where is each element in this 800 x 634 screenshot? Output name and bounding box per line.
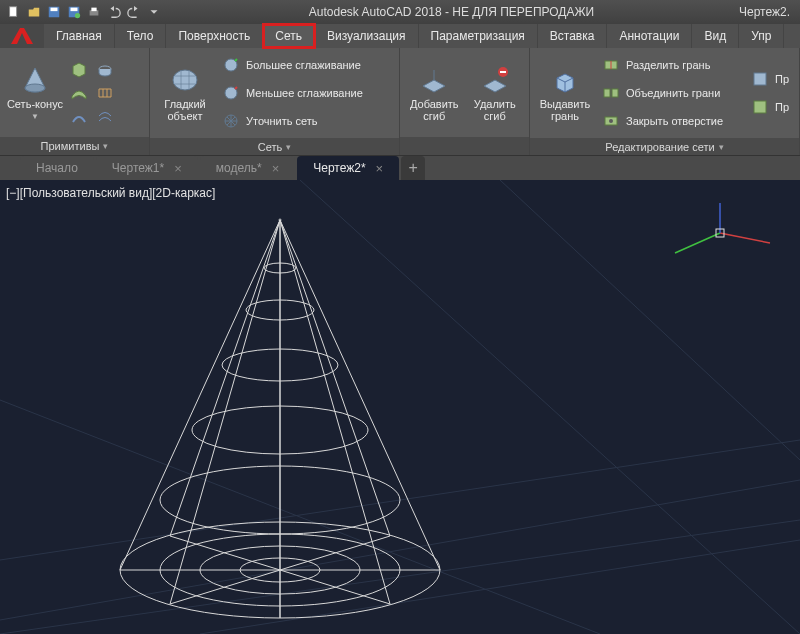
app-title: Autodesk AutoCAD 2018 - НЕ ДЛЯ ПЕРЕПРОДА…	[164, 5, 739, 19]
close-hole-icon	[602, 112, 620, 130]
svg-rect-17	[612, 89, 618, 97]
svg-point-19	[609, 119, 613, 123]
doc-tab-start[interactable]: Начало	[20, 156, 94, 180]
chevron-down-icon: ▼	[31, 112, 39, 121]
ribbon-panel-primitives: Сеть-конус ▼ Примитивы ▾	[0, 48, 150, 155]
extrude-face-icon	[549, 64, 581, 96]
close-hole-button[interactable]: Закрыть отверстие	[598, 108, 743, 134]
svg-line-39	[120, 220, 280, 570]
convert-icon	[751, 70, 769, 88]
svg-line-55	[720, 233, 770, 243]
svg-line-48	[170, 570, 280, 604]
less-smooth-button[interactable]: Меньшее сглаживание	[218, 80, 393, 106]
ribbon-panel-fold: Добавить сгиб Удалить сгиб	[400, 48, 530, 155]
mesh-ruled-icon[interactable]	[94, 82, 116, 104]
wireframe-cone	[100, 200, 460, 630]
menu-tab-visualize[interactable]: Визуализация	[315, 24, 419, 48]
extrude-face-button[interactable]: Выдавить грань	[534, 50, 596, 136]
mesh-box-icon[interactable]	[68, 58, 90, 80]
svg-line-52	[280, 536, 390, 570]
mesh-cone-button[interactable]: Сеть-конус ▼	[4, 50, 66, 135]
svg-rect-20	[754, 73, 766, 85]
merge-face-icon	[602, 84, 620, 102]
mesh-revolved-icon[interactable]	[94, 58, 116, 80]
ribbon-panel-mesh: Гладкий объект Большее сглаживание Меньш…	[150, 48, 400, 155]
viewport[interactable]: [−][Пользовательский вид][2D-каркас]	[0, 180, 800, 634]
qat-dropdown-icon[interactable]	[145, 3, 163, 21]
svg-point-5	[75, 13, 80, 18]
menu-tab-annotate[interactable]: Аннотации	[607, 24, 692, 48]
doc-tab-2[interactable]: модель* ×	[200, 156, 295, 180]
menu-tab-solid[interactable]: Тело	[115, 24, 167, 48]
refine-mesh-button[interactable]: Уточнить сеть	[218, 108, 393, 134]
qat-undo-icon[interactable]	[105, 3, 123, 21]
add-fold-icon	[418, 64, 450, 96]
qat-print-icon[interactable]	[85, 3, 103, 21]
close-icon[interactable]: ×	[174, 161, 182, 176]
quick-access-toolbar: Autodesk AutoCAD 2018 - НЕ ДЛЯ ПЕРЕПРОДА…	[0, 0, 800, 24]
mesh-cone-label: Сеть-конус	[7, 98, 63, 110]
cone-icon	[19, 64, 51, 96]
qat-redo-icon[interactable]	[125, 3, 143, 21]
more-smooth-button[interactable]: Большее сглаживание	[218, 52, 393, 78]
split-face-button[interactable]: Разделить грань	[598, 52, 743, 78]
svg-line-46	[170, 220, 280, 536]
menu-tab-manage[interactable]: Упр	[739, 24, 784, 48]
close-icon[interactable]: ×	[376, 161, 384, 176]
app-logo[interactable]	[0, 24, 44, 48]
mesh-surface-icon[interactable]	[68, 82, 90, 104]
qat-open-icon[interactable]	[25, 3, 43, 21]
smooth-less-icon	[222, 84, 240, 102]
svg-rect-4	[71, 8, 78, 12]
svg-point-8	[25, 84, 45, 92]
del-fold-button[interactable]: Удалить сгиб	[465, 50, 526, 135]
split-face-icon	[602, 56, 620, 74]
svg-line-43	[280, 220, 440, 570]
ribbon: Сеть-конус ▼ Примитивы ▾	[0, 48, 800, 156]
qat-saveas-icon[interactable]	[65, 3, 83, 21]
ribbon-panel-edit: Выдавить грань Разделить грань Объединит…	[530, 48, 800, 155]
menu-tab-parametric[interactable]: Параметризация	[419, 24, 538, 48]
qat-new-icon[interactable]	[5, 3, 23, 21]
convert-icon	[751, 98, 769, 116]
panel-title-edit[interactable]: Редактирование сети ▾	[530, 138, 799, 155]
svg-line-44	[280, 220, 390, 536]
svg-line-54	[170, 536, 280, 570]
viewport-label[interactable]: [−][Пользовательский вид][2D-каркас]	[6, 186, 215, 200]
mesh-tabulated-icon[interactable]	[94, 106, 116, 128]
del-fold-icon	[479, 64, 511, 96]
app-docname: Чертеж2.	[739, 5, 796, 19]
doc-tab-3[interactable]: Чертеж2* ×	[297, 156, 399, 180]
menu-tab-insert[interactable]: Вставка	[538, 24, 608, 48]
panel-title-fold	[400, 137, 529, 155]
chevron-down-icon: ▾	[286, 142, 291, 152]
panel-title-primitives[interactable]: Примитивы ▾	[0, 137, 149, 155]
svg-line-50	[280, 570, 390, 604]
smooth-more-icon	[222, 56, 240, 74]
add-fold-button[interactable]: Добавить сгиб	[404, 50, 465, 135]
smooth-object-button[interactable]: Гладкий объект	[154, 50, 216, 136]
merge-face-button[interactable]: Объединить грани	[598, 80, 743, 106]
svg-rect-0	[10, 7, 17, 17]
smooth-object-icon	[169, 64, 201, 96]
menu-tab-mesh[interactable]: Сеть	[263, 24, 315, 48]
menu-tab-home[interactable]: Главная	[44, 24, 115, 48]
add-tab-button[interactable]: +	[401, 156, 425, 180]
chevron-down-icon: ▾	[103, 141, 108, 151]
doc-tab-1[interactable]: Чертеж1* ×	[96, 156, 198, 180]
view-axis-gizmo[interactable]	[660, 198, 780, 278]
svg-rect-7	[91, 8, 96, 12]
svg-rect-21	[754, 101, 766, 113]
smooth-object-label: Гладкий объект	[164, 98, 205, 122]
mesh-edge-icon[interactable]	[68, 106, 90, 128]
menu-tab-surface[interactable]: Поверхность	[166, 24, 263, 48]
close-icon[interactable]: ×	[272, 161, 280, 176]
menu-tab-view[interactable]: Вид	[692, 24, 739, 48]
pr-button-2[interactable]: Пр	[747, 94, 793, 120]
refine-mesh-icon	[222, 112, 240, 130]
panel-title-mesh[interactable]: Сеть ▾	[150, 138, 399, 155]
pr-button-1[interactable]: Пр	[747, 66, 793, 92]
svg-point-10	[173, 70, 197, 90]
chevron-down-icon: ▾	[719, 142, 724, 152]
qat-save-icon[interactable]	[45, 3, 63, 21]
